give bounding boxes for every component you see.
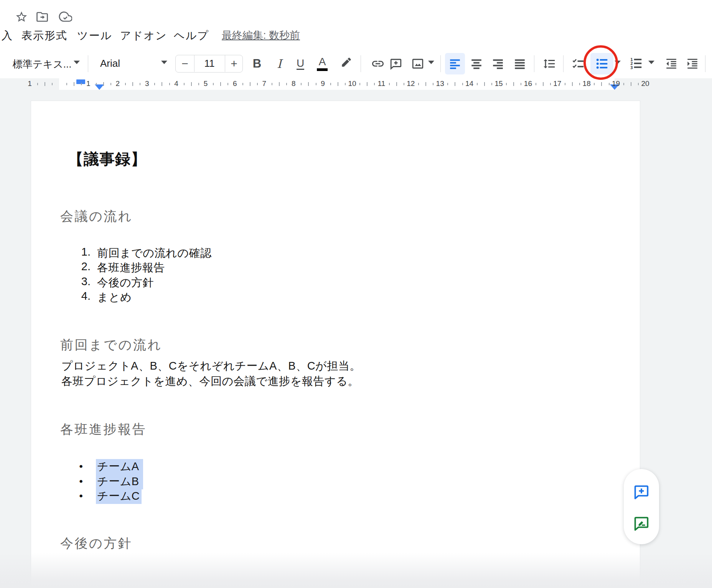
ruler[interactable]: 11234567891011121314151617181920	[0, 78, 712, 90]
google-docs-window: 入 表示形式 ツール アドオン ヘルプ 最終編集: 数秒前 標準テキス... A…	[0, 0, 712, 588]
align-justify-icon	[513, 57, 526, 70]
list-item: 前回までの流れの確認	[97, 246, 211, 261]
increase-font-size-button[interactable]: +	[225, 55, 243, 72]
decrease-font-size-button[interactable]: −	[176, 55, 194, 72]
text-color-icon: A	[317, 56, 328, 71]
toolbar-divider	[88, 55, 88, 72]
chevron-down-icon[interactable]	[648, 61, 654, 64]
underline-icon: U	[297, 58, 304, 70]
ruler-tick	[374, 83, 375, 85]
decrease-indent-button[interactable]	[661, 53, 681, 74]
line-spacing-button[interactable]	[539, 53, 559, 74]
menu-item-help[interactable]: ヘルプ	[174, 28, 209, 43]
ruler-tick	[572, 82, 573, 86]
ruler-tick	[257, 83, 258, 85]
list-number: 3.	[69, 275, 91, 288]
ruler-number: 3	[145, 79, 149, 88]
toolbar-divider	[534, 55, 534, 72]
ruler-tick	[638, 83, 639, 85]
align-center-icon	[470, 57, 483, 70]
floating-action-pill	[624, 469, 659, 544]
ruler-tick	[286, 83, 287, 85]
ruler-number: 19	[612, 79, 620, 88]
menu-item-tools[interactable]: ツール	[77, 28, 112, 43]
increase-indent-button[interactable]	[682, 53, 702, 74]
ruler-tick	[425, 82, 426, 86]
toolbar-divider	[705, 55, 705, 72]
align-center-button[interactable]	[466, 53, 486, 74]
ruler-tick	[44, 82, 45, 86]
heading-previous-flow: 前回までの流れ	[60, 336, 162, 354]
ruler-number: 5	[204, 79, 208, 88]
menu-item-insert-partial[interactable]: 入	[2, 28, 13, 43]
align-left-icon	[448, 57, 461, 70]
add-comment-floating-button[interactable]	[631, 481, 652, 503]
bold-button[interactable]: B	[247, 53, 267, 74]
move-to-folder-icon[interactable]	[35, 10, 49, 24]
ruler-tick	[191, 82, 192, 86]
insert-link-button[interactable]	[368, 53, 388, 74]
ruler-tick	[52, 83, 53, 85]
ruler-tick	[359, 83, 360, 85]
align-left-button[interactable]	[445, 53, 465, 74]
cloud-saved-icon[interactable]	[58, 10, 72, 24]
ruler-number: 1	[86, 79, 91, 88]
ruler-tick	[404, 83, 404, 85]
numbered-list-icon: 123	[629, 57, 643, 71]
underline-button[interactable]: U	[290, 53, 310, 74]
ruler-tick	[462, 83, 463, 85]
ruler-tick	[631, 82, 631, 86]
ruler-tick	[536, 83, 536, 85]
list-item: 今後の方針	[97, 275, 154, 291]
menu-item-addons[interactable]: アドオン	[120, 28, 167, 43]
ruler-number: 8	[292, 79, 296, 88]
ruler-tick	[601, 82, 602, 86]
checklist-icon	[572, 57, 585, 70]
link-icon	[371, 57, 385, 71]
ruler-tick	[250, 82, 251, 86]
list-item-selected: チームB	[96, 474, 143, 489]
ruler-tick	[338, 82, 338, 86]
insert-image-button[interactable]	[408, 53, 428, 74]
list-item: 各班進捗報告	[97, 260, 165, 276]
ruler-number: 9	[321, 79, 325, 88]
italic-button[interactable]: I	[269, 53, 289, 74]
add-comment-button[interactable]	[386, 53, 406, 74]
selection-highlight: チームC	[96, 489, 142, 504]
last-edit-link[interactable]: 最終編集: 数秒前	[222, 28, 300, 42]
menu-item-format[interactable]: 表示形式	[21, 28, 68, 43]
ruler-tick	[491, 83, 492, 85]
font-family-selector[interactable]: Arial	[100, 58, 120, 69]
align-justify-button[interactable]	[510, 53, 530, 74]
chevron-down-icon[interactable]	[428, 61, 434, 64]
ruler-tick	[96, 83, 97, 85]
ruler-tick	[162, 82, 162, 86]
font-size-input[interactable]: 11	[194, 55, 225, 72]
ruler-tick	[609, 83, 610, 85]
bold-icon: B	[253, 57, 261, 71]
paragraph-style-selector[interactable]: 標準テキス...	[13, 58, 72, 71]
italic-icon: I	[277, 57, 282, 71]
ruler-tick	[140, 83, 140, 85]
numbered-list-button[interactable]: 123	[626, 53, 646, 74]
bullet-glyph: ●	[79, 462, 83, 470]
ruler-tick	[484, 82, 485, 86]
ruler-tick	[316, 83, 316, 85]
align-right-button[interactable]	[488, 53, 508, 74]
highlight-color-button[interactable]	[336, 53, 356, 74]
star-icon[interactable]	[15, 10, 28, 24]
menu-bar: 入 表示形式 ツール アドオン ヘルプ 最終編集: 数秒前	[0, 27, 712, 44]
document-page[interactable]: 【議事録】 会議の流れ 1. 前回までの流れの確認 2. 各班進捗報告 3. 今…	[31, 101, 640, 588]
ruler-tick	[242, 83, 243, 85]
ruler-tick	[513, 82, 514, 86]
chevron-down-icon[interactable]	[74, 61, 80, 64]
ruler-number: 17	[553, 79, 561, 88]
text-color-button[interactable]: A	[312, 53, 332, 74]
suggest-edits-floating-button[interactable]	[631, 513, 652, 534]
list-number: 2.	[69, 260, 91, 273]
ruler-tick	[565, 83, 565, 85]
ruler-tick	[396, 82, 397, 86]
left-indent-marker[interactable]	[95, 84, 104, 90]
annotation-red-circle	[583, 45, 618, 80]
chevron-down-icon[interactable]	[161, 61, 167, 64]
